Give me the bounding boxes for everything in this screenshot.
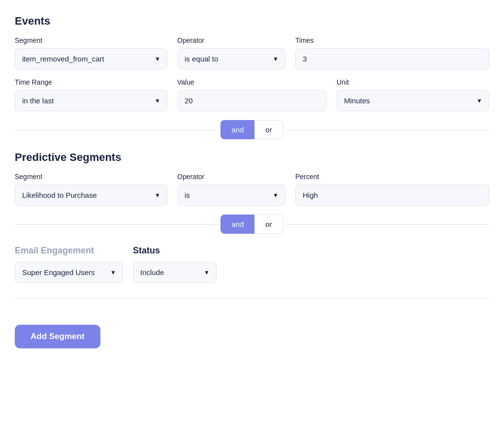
events-times-group: Times [295,36,489,69]
email-engagement-wrapper: Super Engaged UsersEngaged UsersUnengage… [15,262,123,283]
events-segment-group: Segment item_removed_from_cartitem_added… [15,36,167,69]
events-unit-group: Unit MinutesHoursDaysWeeks ▼ [337,78,489,111]
status-title: Status [133,246,217,256]
events-operator-group: Operator is equal tois greater thanis le… [177,36,285,69]
predictive-operator-label: Operator [177,173,285,181]
predictive-percent-label: Percent [295,173,489,181]
connector-2-buttons: and or [219,215,285,234]
add-segment-button[interactable]: Add Segment [15,325,100,348]
events-segment-select[interactable]: item_removed_from_cartitem_added_to_cart… [15,48,167,69]
events-title: Events [15,15,489,28]
predictive-operator-group: Operator isis not ▼ [177,173,285,206]
events-section: Events Segment item_removed_from_cartite… [15,15,489,111]
events-operator-wrapper: is equal tois greater thanis less thanis… [177,48,285,69]
connector-2-and-button[interactable]: and [220,215,254,234]
predictive-operator-select[interactable]: isis not [177,185,285,206]
predictive-segment-wrapper: Likelihood to PurchaseChurn RiskCLV Tier… [15,185,167,206]
connector-1-and-button[interactable]: and [220,120,254,139]
connector-1-or-button[interactable]: or [254,120,283,139]
events-operator-label: Operator [177,36,285,44]
events-row-2: Time Range in the lastbeforeafterbetween… [15,78,489,111]
email-engagement-title: Email Engagement [15,246,123,256]
events-unit-label: Unit [337,78,489,86]
events-times-input[interactable] [295,48,489,69]
events-timerange-label: Time Range [15,78,167,86]
predictive-percent-group: Percent [295,173,489,206]
events-times-label: Times [295,36,489,44]
status-wrapper: IncludeExclude ▼ [133,262,217,283]
predictive-row-1: Segment Likelihood to PurchaseChurn Risk… [15,173,489,206]
events-value-input[interactable] [177,90,327,111]
connector-2-row: and or [15,215,489,234]
events-value-label: Value [177,78,327,86]
events-unit-select[interactable]: MinutesHoursDaysWeeks [337,90,489,111]
predictive-section: Predictive Segments Segment Likelihood t… [15,151,489,206]
predictive-segment-select[interactable]: Likelihood to PurchaseChurn RiskCLV Tier [15,185,167,206]
email-engagement-section: Email Engagement Super Engaged UsersEnga… [15,246,123,283]
events-unit-wrapper: MinutesHoursDaysWeeks ▼ [337,90,489,111]
events-timerange-select[interactable]: in the lastbeforeafterbetween [15,90,167,111]
connector-1-buttons: and or [219,120,285,139]
email-status-row: Email Engagement Super Engaged UsersEnga… [15,246,489,283]
connector-2-or-button[interactable]: or [254,215,283,234]
email-engagement-select[interactable]: Super Engaged UsersEngaged UsersUnengage… [15,262,123,283]
events-segment-label: Segment [15,36,167,44]
predictive-operator-wrapper: isis not ▼ [177,185,285,206]
events-segment-wrapper: item_removed_from_cartitem_added_to_cart… [15,48,167,69]
bottom-divider [15,298,489,298]
status-select[interactable]: IncludeExclude [133,262,217,283]
events-value-group: Value [177,78,327,111]
predictive-title: Predictive Segments [15,151,489,164]
events-timerange-group: Time Range in the lastbeforeafterbetween… [15,78,167,111]
predictive-percent-input[interactable] [295,185,489,206]
connector-1-row: and or [15,120,489,139]
predictive-segment-label: Segment [15,173,167,181]
events-operator-select[interactable]: is equal tois greater thanis less thanis… [177,48,285,69]
events-row-1: Segment item_removed_from_cartitem_added… [15,36,489,69]
predictive-segment-group: Segment Likelihood to PurchaseChurn Risk… [15,173,167,206]
events-timerange-wrapper: in the lastbeforeafterbetween ▼ [15,90,167,111]
status-section: Status IncludeExclude ▼ [133,246,217,283]
